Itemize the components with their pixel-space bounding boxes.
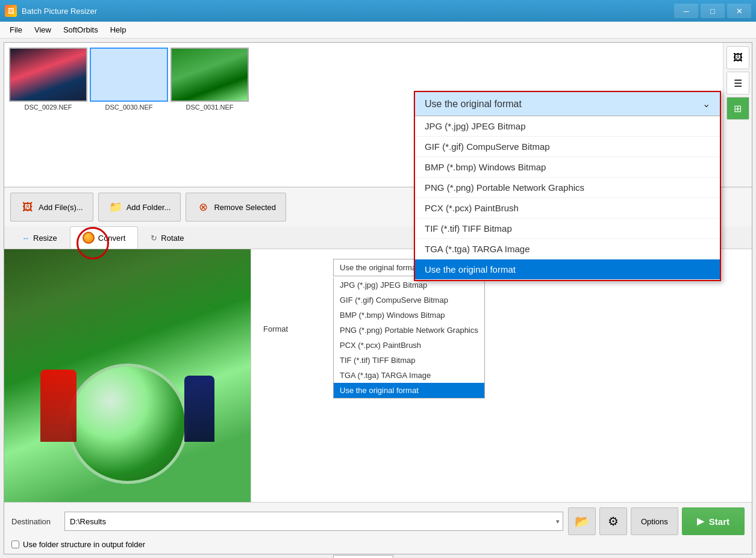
cake-circle [67, 364, 188, 484]
dpi-input[interactable] [333, 555, 393, 558]
gear-icon: ⚙ [608, 514, 619, 529]
resize-icon: ↔ [22, 234, 30, 243]
right-sidebar: 🖼 ☰ ⊞ [723, 43, 752, 187]
browse-folder-button[interactable]: 📂 [568, 507, 596, 535]
format-option-3[interactable]: PNG (*.png) Portable Network Graphics [334, 323, 484, 338]
menu-bar: File View SoftOrbits Help [0, 22, 756, 39]
sidebar-grid-btn[interactable]: ⊞ [726, 97, 749, 120]
folder-structure-label: Use folder structure in output folder [23, 540, 145, 549]
thumb-preview-1 [9, 48, 87, 102]
folder-structure-row: Use folder structure in output folder [11, 540, 745, 549]
sidebar-images-btn[interactable]: 🖼 [726, 46, 749, 69]
image-strip-area: DSC_0029.NEF DSC_0030.NEF DSC_0031.NEF 🖼… [4, 43, 752, 187]
add-files-icon: 🖼 [20, 200, 35, 214]
start-label: Start [709, 516, 729, 527]
rotate-icon: ↻ [151, 234, 157, 243]
thumb-preview-2 [90, 48, 168, 102]
remove-icon: ⊗ [196, 200, 210, 214]
big-dropdown-item-0[interactable]: JPG (*.jpg) JPEG Bitmap [415, 116, 720, 137]
list-icon: ☰ [734, 78, 742, 89]
destination-row: Destination ▾ 📂 ⚙ Options ▶ Start [11, 507, 745, 535]
options-button[interactable]: Options [631, 507, 678, 535]
add-files-label: Add File(s)... [39, 203, 83, 212]
add-folder-icon: 📁 [108, 200, 123, 214]
destination-input-wrap: ▾ [64, 512, 563, 531]
menu-softorbits[interactable]: SoftOrbits [58, 23, 103, 36]
big-dropdown-chevron: ⌄ [702, 98, 710, 110]
preview-image-area [4, 249, 251, 502]
maximize-button[interactable]: □ [701, 4, 725, 18]
options-label: Options [641, 517, 668, 526]
rotate-label: Rotate [161, 234, 184, 243]
grid-icon: ⊞ [734, 103, 742, 114]
destination-buttons: 📂 ⚙ Options ▶ Start [568, 507, 745, 535]
images-icon: 🖼 [733, 52, 743, 63]
image-thumb-3[interactable]: DSC_0031.NEF [170, 48, 249, 111]
big-dropdown-list: JPG (*.jpg) JPEG Bitmap GIF (*.gif) Comp… [415, 116, 720, 280]
big-dropdown-overlay: Use the original format ⌄ JPG (*.jpg) JP… [414, 91, 721, 281]
thumb-preview-3 [170, 48, 249, 102]
format-option-1[interactable]: GIF (*.gif) CompuServe Bitmap [334, 293, 484, 308]
remove-selected-button[interactable]: ⊗ Remove Selected [186, 193, 286, 222]
destination-label: Destination [11, 517, 60, 526]
folder-open-icon: 📂 [575, 514, 590, 529]
format-label: Format [263, 324, 323, 333]
close-button[interactable]: ✕ [727, 4, 751, 18]
big-dropdown-item-6[interactable]: TGA (*.tga) TARGA Image [415, 239, 720, 259]
image-thumb-1[interactable]: DSC_0029.NEF [9, 48, 87, 111]
thumb-label-1: DSC_0029.NEF [25, 104, 72, 111]
figure-right [184, 376, 214, 442]
format-dropdown-list: JPG (*.jpg) JPEG Bitmap GIF (*.gif) Comp… [333, 277, 485, 398]
large-image-preview [4, 249, 251, 502]
app-title: Batch Picture Resizer [22, 7, 97, 16]
resize-label: Resize [33, 234, 57, 243]
settings-button[interactable]: ⚙ [599, 507, 627, 535]
tab-convert[interactable]: Convert [70, 226, 139, 249]
big-dropdown-item-2[interactable]: BMP (*.bmp) Windows Bitmap [415, 157, 720, 178]
remove-selected-label: Remove Selected [214, 203, 276, 212]
big-dropdown-item-7[interactable]: Use the original format [415, 259, 720, 280]
bottom-bar: Destination ▾ 📂 ⚙ Options ▶ Start [4, 502, 752, 554]
menu-file[interactable]: File [5, 23, 27, 36]
format-option-6[interactable]: TGA (*.tga) TARGA Image [334, 368, 484, 383]
main-window: DSC_0029.NEF DSC_0030.NEF DSC_0031.NEF 🖼… [4, 42, 752, 554]
format-option-7[interactable]: Use the original format [334, 383, 484, 398]
format-option-4[interactable]: PCX (*.pcx) PaintBrush [334, 338, 484, 353]
big-dropdown-item-3[interactable]: PNG (*.png) Portable Network Graphics [415, 178, 720, 198]
tab-resize[interactable]: ↔ Resize [9, 228, 70, 247]
format-option-2[interactable]: BMP (*.bmp) Windows Bitmap [334, 308, 484, 323]
add-folder-button[interactable]: 📁 Add Folder... [98, 193, 181, 222]
format-selected-text: Use the original format [340, 263, 419, 272]
start-button[interactable]: ▶ Start [682, 507, 745, 535]
minimize-button[interactable]: ─ [674, 4, 698, 18]
window-controls: ─ □ ✕ [674, 4, 751, 18]
menu-view[interactable]: View [30, 23, 56, 36]
folder-structure-checkbox[interactable] [11, 541, 19, 548]
title-bar: 🖼 Batch Picture Resizer ─ □ ✕ [0, 0, 756, 22]
convert-panel: Format Use the original format ▾ JPG (*.… [251, 249, 752, 502]
title-bar-left: 🖼 Batch Picture Resizer [5, 5, 97, 17]
image-thumb-2[interactable]: DSC_0030.NEF [90, 48, 168, 111]
tab-rotate[interactable]: ↻ Rotate [138, 228, 196, 247]
destination-input[interactable] [64, 512, 563, 531]
convert-icon [83, 232, 95, 244]
thumb-label-2: DSC_0030.NEF [105, 104, 153, 111]
format-option-5[interactable]: TIF (*.tif) TIFF Bitmap [334, 353, 484, 368]
figure-left [40, 370, 77, 442]
add-folder-label: Add Folder... [127, 203, 171, 212]
add-files-button[interactable]: 🖼 Add File(s)... [10, 193, 93, 222]
big-dropdown-selected: Use the original format [425, 99, 522, 110]
start-arrow-icon: ▶ [697, 516, 704, 527]
sidebar-list-btn[interactable]: ☰ [726, 72, 749, 95]
big-dropdown-item-4[interactable]: PCX (*.pcx) PaintBrush [415, 198, 720, 219]
convert-label: Convert [98, 234, 126, 243]
big-dropdown-item-5[interactable]: TIF (*.tif) TIFF Bitmap [415, 219, 720, 239]
menu-help[interactable]: Help [105, 23, 131, 36]
big-dropdown-item-1[interactable]: GIF (*.gif) CompuServe Bitmap [415, 137, 720, 157]
app-icon: 🖼 [5, 5, 17, 17]
big-dropdown-header[interactable]: Use the original format ⌄ [415, 92, 720, 116]
dpi-row: DPI [263, 555, 740, 558]
thumb-label-3: DSC_0031.NEF [186, 104, 234, 111]
